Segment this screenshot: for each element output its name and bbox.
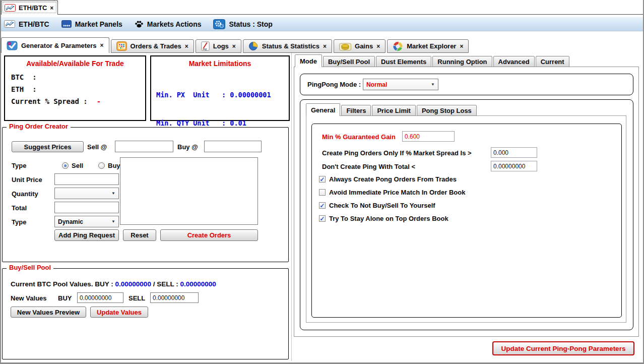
checkbox-row-pong-orders: ✓ Always Create Pong Orders From Trades xyxy=(319,175,457,183)
buy-radio[interactable] xyxy=(98,162,105,169)
tab-status-statistics[interactable]: Status & Statistics × xyxy=(243,39,332,53)
tab-logs[interactable]: log Logs × xyxy=(196,39,241,53)
create-orders-button[interactable]: Create Orders xyxy=(160,229,258,241)
current-spread-row: Current % Spread :- xyxy=(11,97,101,105)
order-type-combobox[interactable]: Dynamic ▼ xyxy=(54,216,119,227)
total-label: Total xyxy=(12,204,27,212)
new-buy-input[interactable] xyxy=(77,292,123,303)
toolbar-item-label: Markets Actions xyxy=(147,20,202,28)
circular-arrows-icon xyxy=(393,41,403,51)
close-icon[interactable]: × xyxy=(460,43,463,49)
reset-button[interactable]: Reset xyxy=(123,229,156,241)
always-create-pong-checkbox[interactable]: ✓ xyxy=(319,176,326,183)
toolbar-item-label: Market Panels xyxy=(75,20,122,28)
buy-sell-pool-title: Buy/Sell Pool xyxy=(7,264,53,271)
params-tab-bar: Mode Buy/Sell Pool Dust Elements Running… xyxy=(295,54,570,67)
min-gain-label: Min % Guaranteed Gain xyxy=(322,133,396,141)
total-input[interactable] xyxy=(54,202,119,213)
close-icon[interactable]: × xyxy=(232,43,236,49)
stay-alone-checkbox[interactable]: ✓ xyxy=(319,215,326,222)
svg-text:log: log xyxy=(203,47,207,50)
sell-radio[interactable] xyxy=(62,162,69,169)
avoid-price-match-checkbox[interactable] xyxy=(319,189,326,196)
tab-label: Generator & Parameters xyxy=(21,42,97,49)
pingpong-mode-combobox[interactable]: Normal ▼ xyxy=(363,79,438,90)
tab-advanced[interactable]: Advanced xyxy=(493,56,535,67)
tab-price-limit[interactable]: Price Limit xyxy=(372,105,415,116)
market-spread-input[interactable] xyxy=(491,147,537,158)
available-panel-title: Available/Available For Trade xyxy=(5,59,145,68)
new-values-preview-button[interactable]: New Values Preview xyxy=(11,307,86,318)
current-pool-values-row: Current BTC Pool Values. BUY : 0.0000000… xyxy=(11,280,216,288)
tab-general[interactable]: General xyxy=(306,103,340,116)
market-limitations-title: Market Limitations xyxy=(151,59,289,68)
toolbar-item-markets-actions[interactable]: Markets Actions xyxy=(135,20,202,28)
min-gain-input[interactable] xyxy=(402,131,455,142)
buy-at-input[interactable] xyxy=(204,141,262,152)
close-icon[interactable]: × xyxy=(185,43,188,49)
close-icon[interactable]: × xyxy=(376,43,380,49)
eth-balance-label: ETH : xyxy=(11,85,37,93)
tab-dust-elements[interactable]: Dust Elements xyxy=(376,56,431,67)
min-total-input[interactable] xyxy=(491,161,537,171)
unit-price-input[interactable] xyxy=(54,173,119,185)
close-icon[interactable]: × xyxy=(323,43,327,49)
toolbar-item-status[interactable]: Status : Stop xyxy=(213,19,272,29)
tab-filters[interactable]: Filters xyxy=(341,105,371,116)
status-text: Status : Stop xyxy=(229,20,272,28)
order-side-label: Type xyxy=(12,162,26,169)
checkbox-label: Always Create Pong Orders From Trades xyxy=(329,175,457,183)
checkbox-label: Avoid Immediate Price Match In Order Boo… xyxy=(329,189,465,196)
quantity-label: Quantity xyxy=(12,190,38,198)
ping-requests-listbox[interactable] xyxy=(120,157,258,225)
pingpong-mode-label: PingPong Mode : xyxy=(307,81,361,88)
ping-order-creator-title: Ping Order Creator xyxy=(7,123,71,130)
pingpong-mode-group: PingPong Mode : Normal ▼ xyxy=(300,74,633,95)
tab-running-option[interactable]: Running Option xyxy=(432,56,492,67)
current-spread-value: - xyxy=(97,97,101,105)
available-panel: Available/Available For Trade BTC : ETH … xyxy=(4,55,146,121)
buy-sell-pool-group: Buy/Sell Pool Current BTC Pool Values. B… xyxy=(2,268,289,359)
document-tab-ethbtc[interactable]: ETH/BTC × xyxy=(1,1,58,15)
checkbox-row-stay-alone: ✓ Try To Stay Alone on Top Orders Book xyxy=(319,215,448,222)
column-splitter xyxy=(291,53,292,361)
document-tab-label: ETH/BTC xyxy=(19,4,47,12)
tab-pong-stop-loss[interactable]: Pong Stop Loss xyxy=(417,105,477,116)
toolbar-item-market-panels[interactable]: Market Panels xyxy=(61,20,122,28)
order-type-label: Type xyxy=(12,218,26,226)
tab-gains[interactable]: Gains × xyxy=(334,39,385,53)
sell-at-input[interactable] xyxy=(115,141,173,152)
general-settings-box: Min % Guaranteed Gain Create Ping Orders… xyxy=(311,124,622,318)
new-sell-input[interactable] xyxy=(150,292,199,303)
tab-mode[interactable]: Mode xyxy=(295,54,322,67)
close-icon[interactable]: × xyxy=(100,42,104,48)
tab-buy-sell-pool[interactable]: Buy/Sell Pool xyxy=(323,56,375,67)
tab-market-explorer[interactable]: Market Explorer × xyxy=(387,39,469,53)
market-spread-label: Create Ping Orders Only If % Market Spre… xyxy=(322,149,472,157)
suggest-prices-button[interactable]: Suggest Prices xyxy=(12,141,84,152)
not-self-trade-checkbox[interactable]: ✓ xyxy=(319,202,326,209)
update-values-button[interactable]: Update Values xyxy=(90,307,148,318)
quantity-combobox[interactable]: ▼ xyxy=(54,188,119,199)
update-pingpong-params-button[interactable]: Update Current Ping-Pong Parameters xyxy=(492,341,634,355)
market-limitations-panel: Market Limitations Min. PX Unit : 0.0000… xyxy=(150,55,290,121)
current-sell-label: SELL : xyxy=(157,280,178,288)
current-spread-label: Current % Spread : xyxy=(11,97,88,105)
tab-label: Market Explorer xyxy=(407,42,456,50)
add-ping-request-button[interactable]: Add Ping Request xyxy=(54,229,119,241)
order-type-value: Dynamic xyxy=(58,218,83,225)
chart-icon xyxy=(5,4,16,12)
tab-orders-trades[interactable]: Orders & Trades × xyxy=(111,39,194,53)
close-icon[interactable]: × xyxy=(50,5,53,11)
coins-icon xyxy=(339,42,351,51)
tab-current[interactable]: Current xyxy=(536,56,569,67)
current-buy-value: 0.00000000 xyxy=(115,280,151,288)
new-sell-label: SELL xyxy=(128,294,145,302)
pingpong-mode-value: Normal xyxy=(366,81,387,88)
tab-generator-parameters[interactable]: Generator & Parameters × xyxy=(1,37,109,53)
tab-label: Gains xyxy=(355,42,373,50)
min-total-label: Don't Create Ping With Total < xyxy=(322,163,415,170)
toolbar-item-label: ETH/BTC xyxy=(19,20,49,28)
toolbar-item-ethbtc[interactable]: ETH/BTC xyxy=(4,20,49,28)
gears-icon xyxy=(213,19,225,29)
